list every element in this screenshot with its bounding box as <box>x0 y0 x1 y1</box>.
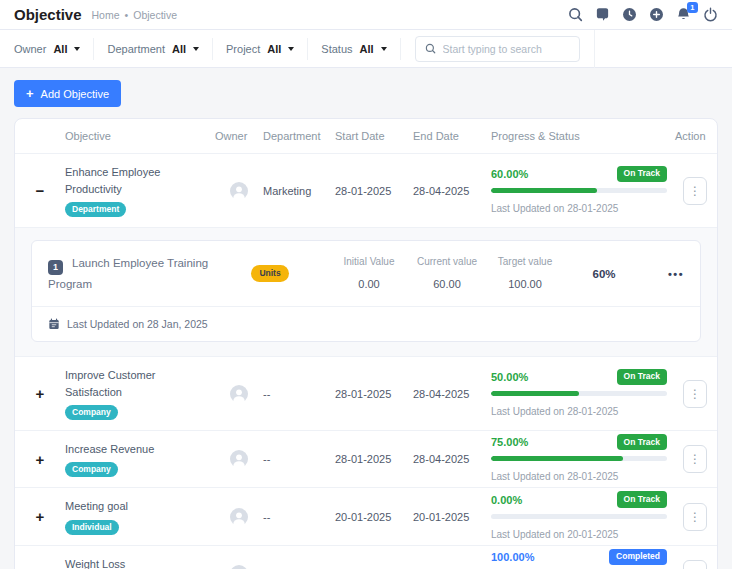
filter-department-label: Department <box>107 43 164 55</box>
department-value: -- <box>263 453 335 465</box>
objective-type-badge: Individual <box>65 520 119 535</box>
owner-avatar <box>230 565 248 569</box>
status-badge: On Track <box>617 369 667 385</box>
objective-name: Improve Customer Satisfaction <box>65 367 211 401</box>
key-result-percent: 60% <box>564 268 644 280</box>
end-date: 28-04-2025 <box>413 388 491 400</box>
add-objective-button[interactable]: + Add Objective <box>14 80 121 107</box>
note-icon[interactable] <box>595 7 610 22</box>
status-badge: On Track <box>617 434 667 450</box>
start-date: 28-01-2025 <box>335 388 413 400</box>
row-actions-button[interactable]: ⋮ <box>683 380 707 408</box>
status-badge: On Track <box>617 166 667 182</box>
add-objective-label: Add Objective <box>41 88 109 100</box>
target-value: 100.00 <box>508 278 542 290</box>
column-header-objective: Objective <box>65 130 215 142</box>
department-value: -- <box>263 388 335 400</box>
status-badge: On Track <box>617 491 667 507</box>
expand-toggle[interactable]: + <box>32 562 49 569</box>
objective-row: + Increase Revenue Company -- 28-01-2025… <box>15 430 717 487</box>
expand-toggle[interactable]: + <box>32 448 49 471</box>
column-header-progress: Progress & Status <box>491 130 675 142</box>
filter-owner-label: Owner <box>14 43 46 55</box>
last-updated: Last Updated on 28-01-2025 <box>491 471 618 482</box>
column-header-owner: Owner <box>215 130 263 142</box>
column-header-action: Action <box>675 130 720 142</box>
progress-bar <box>491 391 667 396</box>
column-header-start-date: Start Date <box>335 130 413 142</box>
unit-badge: Units <box>251 265 288 282</box>
current-value-label: Current value <box>408 256 486 267</box>
app-header: Objective Home • Objective 1 <box>0 0 732 30</box>
key-result-name-text: Launch Employee Training Program <box>48 257 208 290</box>
last-updated: Last Updated on 28-01-2025 <box>491 406 618 417</box>
notification-badge: 1 <box>687 2 698 13</box>
filter-owner[interactable]: Owner All <box>14 38 94 60</box>
search-icon <box>416 43 443 54</box>
filter-project-label: Project <box>226 43 260 55</box>
filter-department[interactable]: Department All <box>94 38 213 60</box>
chevron-down-icon <box>288 47 294 51</box>
department-value: Marketing <box>263 185 335 197</box>
bell-icon[interactable]: 1 <box>676 7 691 22</box>
row-actions-button[interactable]: ⋮ <box>683 177 707 205</box>
progress-bar <box>491 456 667 461</box>
key-result-index: 1 <box>48 260 63 275</box>
key-result-card: 1Launch Employee Training Program Units … <box>31 240 701 342</box>
search-section <box>401 30 595 68</box>
power-icon[interactable] <box>703 7 718 22</box>
key-result-values: Initial Value 0.00 Current value 60.00 T… <box>330 256 564 292</box>
filter-department-value: All <box>172 43 186 55</box>
progress-percent: 60.00% <box>491 168 528 180</box>
start-date: 28-01-2025 <box>335 185 413 197</box>
search-input[interactable] <box>443 43 579 55</box>
progress-bar <box>491 188 667 193</box>
add-circle-icon[interactable] <box>649 7 664 22</box>
expand-toggle[interactable]: + <box>32 505 49 528</box>
objective-row: − Enhance Employee Productivity Departme… <box>15 153 717 227</box>
header-actions: 1 <box>568 7 718 22</box>
progress-bar-fill <box>491 188 597 193</box>
owner-avatar <box>230 450 248 468</box>
row-actions-button[interactable]: ⋮ <box>683 445 707 473</box>
status-badge: Completed <box>609 549 667 565</box>
objective-type-badge: Company <box>65 405 118 420</box>
progress-percent: 75.00% <box>491 436 528 448</box>
breadcrumb-current: Objective <box>133 9 177 21</box>
search-box <box>415 36 580 62</box>
filter-project-value: All <box>267 43 281 55</box>
objective-type-badge: Department <box>65 202 126 217</box>
plus-icon: + <box>26 87 34 100</box>
filter-owner-value: All <box>53 43 67 55</box>
key-result-panel: 1Launch Employee Training Program Units … <box>15 227 717 356</box>
clock-icon[interactable] <box>622 7 637 22</box>
collapse-toggle[interactable]: − <box>32 179 49 202</box>
key-result-name: 1Launch Employee Training Program <box>48 254 210 293</box>
calendar-icon <box>48 318 60 330</box>
progress-percent: 100.00% <box>491 551 534 563</box>
row-actions-button[interactable]: ⋮ <box>683 503 707 531</box>
target-value-label: Target value <box>486 256 564 267</box>
progress-bar-fill <box>491 456 623 461</box>
objective-row: + Improve Customer Satisfaction Company … <box>15 356 717 430</box>
filter-bar: Owner All Department All Project All Sta… <box>0 30 732 68</box>
expand-toggle[interactable]: + <box>32 382 49 405</box>
last-updated: Last Updated on 20-01-2025 <box>491 529 618 540</box>
key-result-last-updated: Last Updated on 28 Jan, 2025 <box>67 318 208 330</box>
search-icon[interactable] <box>568 7 583 22</box>
column-header-department: Department <box>263 130 335 142</box>
objectives-table: Objective Owner Department Start Date En… <box>14 118 718 569</box>
filter-project[interactable]: Project All <box>213 38 308 60</box>
progress-percent: 50.00% <box>491 371 528 383</box>
row-actions-button[interactable]: ⋮ <box>683 560 707 569</box>
more-actions-icon[interactable]: ••• <box>668 268 684 280</box>
chevron-down-icon <box>74 47 80 51</box>
start-date: 28-01-2025 <box>335 453 413 465</box>
objective-row: + Weight Loss Individual -- 20-01-2025 2… <box>15 545 717 569</box>
last-updated: Last Updated on 28-01-2025 <box>491 203 618 214</box>
progress-bar <box>491 514 667 519</box>
owner-avatar <box>230 508 248 526</box>
end-date: 28-04-2025 <box>413 185 491 197</box>
filter-status[interactable]: Status All <box>308 38 400 60</box>
breadcrumb-home[interactable]: Home <box>92 9 120 21</box>
